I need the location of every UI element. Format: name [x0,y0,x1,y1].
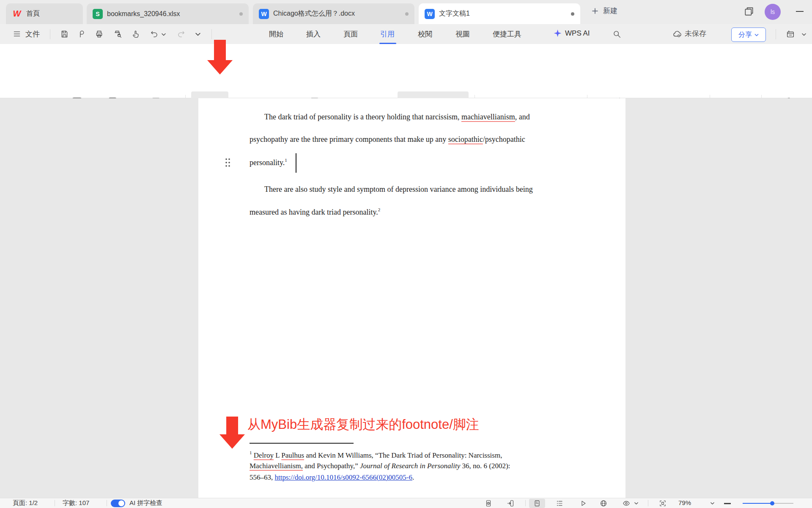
window-tab-bar: W 首頁 S bookmarks_320946.xlsx W Chicago格式… [0,0,812,24]
fullscreen-icon[interactable] [659,500,667,507]
web-layout-icon[interactable] [600,500,607,507]
body-text: measured as having dark triad personalit… [250,208,378,216]
doc-file-icon: W [259,9,269,19]
footnote-line-1[interactable]: 1 Delroy L Paulhus and Kevin M Williams,… [250,450,502,460]
play-presentation-icon[interactable] [579,500,587,507]
red-arrowhead-annotation [219,434,245,449]
export-pdf-icon[interactable] [77,30,86,39]
paragraph-2-line-1[interactable]: There are also study style and symptom o… [264,185,533,194]
page-view-icon [533,500,541,507]
wps-logo-icon: W [12,9,22,19]
paragraph-drag-handle[interactable] [225,157,231,168]
page-indicator[interactable]: 頁面: 1/2 [13,499,38,507]
minimize-button[interactable] [796,11,804,12]
tab-home[interactable]: W 首頁 [6,3,83,24]
page-view-button[interactable] [529,499,545,508]
menu-file[interactable]: 文件 [25,29,40,39]
hamburger-icon[interactable] [13,30,21,38]
divider [776,29,776,39]
doi-hyperlink[interactable]: https://doi.org/10.1016/s0092-6566(02)00… [275,473,413,481]
tab-unsaved-dot [571,12,574,16]
send-to-device-icon[interactable] [507,500,514,507]
red-arrowhead-annotation [207,60,233,75]
new-tab-button[interactable]: 新建 [591,6,617,16]
tab-unsaved-dot [405,12,409,16]
redo-icon[interactable] [177,30,186,39]
menu-tools[interactable]: 便捷工具 [493,29,521,39]
outline-view-icon[interactable] [556,500,563,507]
red-arrow-annotation [226,417,238,434]
eye-dropdown-icon[interactable] [634,502,638,505]
divider [525,500,526,506]
body-text: There are also study style and symptom o… [264,185,533,193]
unsaved-cloud-icon [672,29,682,39]
paragraph-1-line-1[interactable]: The dark triad of personality is a theor… [264,113,530,121]
footnote-text: 36, no. 6 (2002): [460,462,510,470]
menu-insert[interactable]: 插入 [306,29,321,39]
hand-tool-icon[interactable] [131,30,140,39]
tab-unsaved-dot [239,12,243,16]
toolbar-layout-dropdown-icon[interactable] [802,33,806,36]
body-text: /psychopathic [483,135,525,144]
tab-list-icon[interactable] [743,6,754,17]
paragraph-1-line-2[interactable]: psychopathy are the three primary compon… [250,135,525,144]
footnote-separator-line [250,443,354,444]
spellcheck-word: sociopathic [448,135,483,144]
footnote-reference-1: 1 [285,157,287,163]
avatar[interactable]: ls [765,4,781,20]
save-status-label: 未保存 [685,29,706,39]
search-icon[interactable] [612,30,621,39]
print-preview-icon[interactable] [113,30,122,39]
wps-ai-button[interactable]: WPS AI [553,29,590,38]
print-icon[interactable] [95,30,104,39]
zoom-slider-handle[interactable] [770,501,774,505]
ribbon-references: 目錄 更新目錄 目錄級別 插入註腳 上一條註腳 下一條註腳 插入附註 [0,44,812,98]
zoom-level[interactable]: 79% [678,499,691,506]
footnote-marker: 1 [250,450,252,455]
undo-dropdown-icon[interactable] [162,33,166,36]
undo-icon[interactable] [150,30,159,39]
divider [211,29,212,39]
paragraph-2-line-2[interactable]: measured as having dark triad personalit… [250,207,380,217]
eye-protect-icon[interactable] [623,500,630,507]
word-count[interactable]: 字數: 107 [63,499,89,507]
divider [107,500,107,506]
spellcheck-word: Delroy [254,451,274,459]
tab-current-doc[interactable]: W 文字文稿1 [419,3,580,24]
toolbar-more-icon[interactable] [195,33,200,36]
save-status[interactable]: 未保存 [672,29,706,39]
journal-title-italic: Journal of Research in Personality [360,462,460,470]
annotation-text-2: 从MyBib生成器复制过来的footnote/脚注 [247,416,479,433]
document-page[interactable]: The dark triad of personality is a theor… [198,98,625,498]
menu-page[interactable]: 頁面 [343,29,358,39]
menu-view[interactable]: 視圖 [455,29,470,39]
tab-chicago-doc[interactable]: W Chicago格式怎么用？.docx [253,3,414,24]
divider [55,500,55,506]
wps-ai-sparkle-icon [553,29,562,38]
footnote-line-2[interactable]: Machiavellianism, and Psychopathy,” Jour… [250,462,510,470]
menu-references[interactable]: 引用 [380,29,395,39]
footnote-text: 556–63, [250,473,275,481]
body-text: The dark triad of personality is a theor… [264,113,461,121]
tab-spreadsheet[interactable]: S bookmarks_320946.xlsx [87,3,249,24]
zoom-dropdown-icon[interactable] [710,502,714,505]
share-button[interactable]: 分享 [731,28,766,42]
zoom-out-button[interactable] [724,503,731,504]
wps-writer-window: W 首頁 S bookmarks_320946.xlsx W Chicago格式… [0,0,812,508]
divider [50,29,50,39]
reader-mode-icon[interactable] [485,500,492,507]
save-icon[interactable] [60,30,69,39]
spellcheck-word: machiavellianism [461,113,515,121]
menu-review[interactable]: 校閱 [418,29,432,39]
toolbar-layout-icon[interactable] [786,30,795,39]
footnote-text: and Psychopathy,” [303,462,360,470]
menu-home[interactable]: 開始 [269,29,283,39]
paragraph-1-line-3[interactable]: personality.1 [250,158,287,167]
red-arrow-annotation [214,40,226,60]
footnote-reference-2: 2 [378,207,381,212]
document-workspace: The dark triad of personality is a theor… [0,98,812,498]
footnote-line-3[interactable]: 556–63, https://doi.org/10.1016/s0092-65… [250,473,414,482]
spellcheck-toggle[interactable] [111,500,125,507]
new-tab-label: 新建 [603,6,617,16]
zoom-slider-fill [743,503,772,504]
